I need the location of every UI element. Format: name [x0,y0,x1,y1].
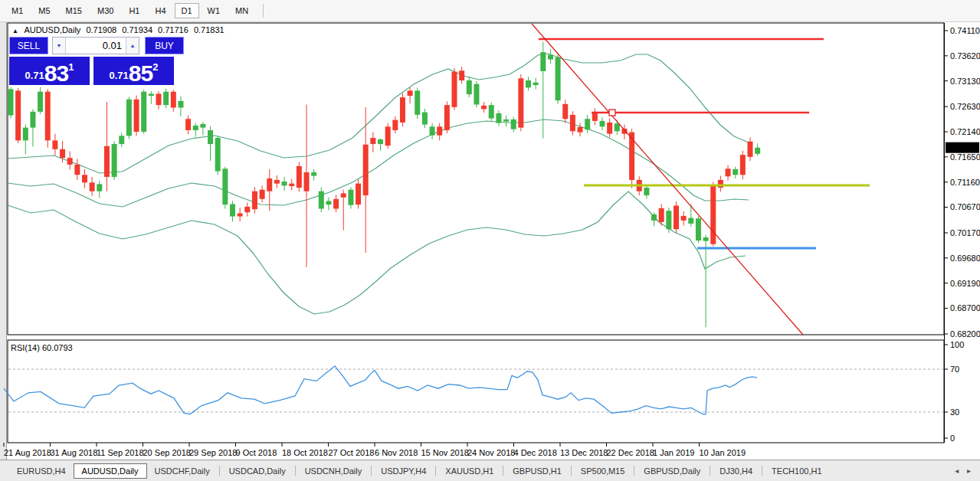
candle-body [141,92,146,132]
tab-dj30-h4[interactable]: DJ30,H4 [712,463,760,479]
candle-body [8,89,14,115]
candle-body [607,123,612,134]
tab-audusd-daily[interactable]: AUDUSD,Daily [74,463,147,479]
buy-price-pipette: 2 [152,61,158,73]
chart-window: 0.741100.736200.731300.726300.721400.716… [0,22,980,460]
candle-body [452,72,457,107]
candle-body [171,92,176,108]
timeframe-button-h1[interactable]: H1 [122,3,146,18]
candle-body [60,149,65,158]
candle-body [319,191,324,209]
candle-body [208,130,213,144]
rsi-tick-label: 70 [950,365,959,374]
tab-usdchf-daily[interactable]: USDCHF,Daily [147,463,218,479]
rsi-pane[interactable] [8,340,944,443]
lot-decrease-button[interactable]: ▼ [53,38,66,54]
open-value: 0.71908 [86,25,116,34]
buy-price-big: 85 [129,64,152,83]
object-selection-handle[interactable] [609,110,615,116]
date-tick-label: 15 Nov 2018 [421,448,469,457]
candle-body [126,100,132,136]
tab-xauusd-h1[interactable]: XAUUSD,H1 [438,463,501,479]
price-tick-label: 0.73620 [950,51,980,61]
candle-body [163,92,169,105]
candle-body [688,218,693,224]
lot-size-input[interactable]: 0.01 [66,38,126,54]
date-tick-label: 9 Oct 2018 [236,448,277,457]
timeframe-button-d1[interactable]: D1 [175,3,199,18]
candle-body [52,140,57,149]
candle-body [526,80,531,87]
timeframe-button-w1[interactable]: W1 [201,3,228,18]
timeframe-button-h4[interactable]: H4 [148,3,172,18]
price-tick-label: 0.70170 [950,228,980,237]
tab-usdcad-daily[interactable]: USDCAD,Daily [221,463,293,479]
candle-body [23,128,28,141]
candle-body [119,136,124,144]
tab-usdjpy-h4[interactable]: USDJPY,H4 [373,463,434,479]
tab-gbpusd-h1[interactable]: GBPUSD,H1 [505,463,569,479]
tab-scroll-left-icon[interactable]: ◂ [955,466,959,475]
tab-usdcnh-daily[interactable]: USDCNH,Daily [297,463,370,479]
price-tick-label: 0.73130 [950,77,980,86]
timeframe-button-m5[interactable]: M5 [31,3,57,18]
candle-body [38,92,43,112]
price-chart[interactable]: 0.741100.736200.731300.726300.721400.716… [0,22,980,460]
candle-body [311,172,316,176]
tab-separator [503,466,503,476]
lot-increase-button[interactable]: ▲ [126,38,139,54]
candle-body [578,127,583,133]
price-tick-label: 0.69680 [950,254,980,263]
one-click-trading-panel: SELL ▼ 0.01 ▲ BUY 0.71 83 1 0.71 85 2 [9,37,184,85]
tab-separator [219,466,220,476]
date-tick-label: 24 Nov 2018 [467,448,515,457]
candle-body [600,121,605,126]
date-tick-label: 31 Aug 2018 [51,448,98,457]
candle-body [408,90,413,96]
candle-body [326,201,331,205]
candle-body [615,123,620,131]
candle-body [496,113,501,123]
date-tick-label: 18 Oct 2018 [282,448,328,457]
candle-body [556,57,561,100]
tab-scroll-right-icon[interactable]: ▸ [967,466,971,475]
collapse-icon[interactable]: ▲ [12,28,18,34]
symbol-label: AUDUSD,Daily [24,25,80,34]
candle-body [348,190,353,205]
buy-price-button[interactable]: 0.71 85 2 [93,57,174,85]
candle-body [674,205,679,229]
timeframe-button-mn[interactable]: MN [228,3,255,18]
sell-price-button[interactable]: 0.71 83 1 [9,57,90,85]
candle-body [238,214,243,217]
candle-body [370,138,375,144]
tab-gbpusd-daily[interactable]: GBPUSD,Daily [636,463,708,479]
candle-body [297,166,302,188]
rsi-indicator-label: RSI(14) 60.0793 [11,343,73,352]
date-tick-label: 1 Jan 2019 [653,448,694,457]
chart-ohlc-header: ▲ AUDUSD,Daily 0.71908 0.71934 0.71716 0… [12,25,228,34]
tab-separator [435,466,436,476]
candle-body [200,124,205,128]
sell-button[interactable]: SELL [9,37,48,54]
sell-price-big: 83 [44,64,68,83]
timeframe-button-m30[interactable]: M30 [90,3,120,18]
candle-body [740,155,746,175]
date-tick-label: 6 Nov 2018 [375,448,418,457]
timeframe-button-m15[interactable]: M15 [59,3,89,18]
close-value: 0.71831 [194,25,225,34]
candle-body [260,190,265,199]
candle-body [415,90,420,114]
buy-button[interactable]: BUY [145,37,184,54]
candle-body [45,92,51,141]
tab-tech100-h1[interactable]: TECH100,H1 [764,463,829,479]
candle-body [437,126,442,135]
candle-body [274,180,280,184]
candle-body [592,113,598,121]
tab-eurusd-h4[interactable]: EURUSD,H4 [9,463,74,479]
date-tick-label: 22 Dec 2018 [607,448,654,457]
candle-body [629,133,634,180]
tab-sp500-m15[interactable]: SP500,M15 [573,463,632,479]
date-tick-label: 29 Sep 2018 [189,448,237,457]
timeframe-button-m1[interactable]: M1 [5,3,30,18]
candle-body [149,93,154,96]
